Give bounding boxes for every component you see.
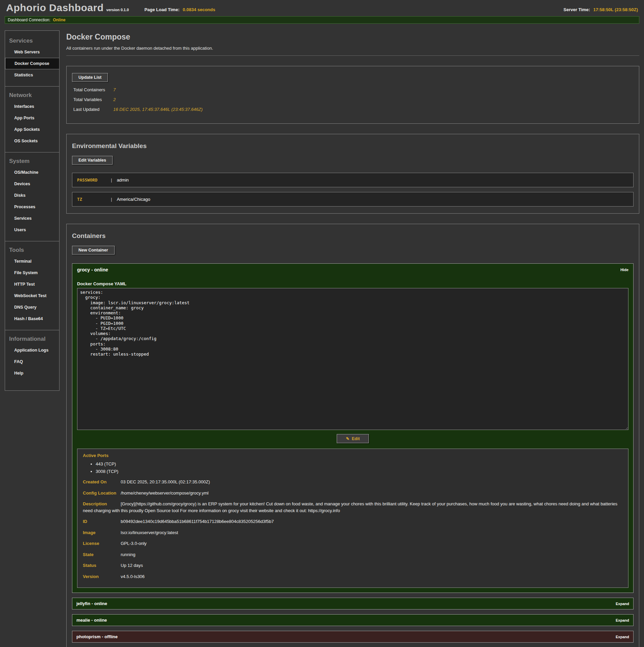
page-load-time: Page Load Time: 0.0834 seconds [144, 7, 215, 12]
sidebar-item-http-test[interactable]: HTTP Test [5, 279, 59, 290]
detail-row-value: GPL-3.0-only [121, 541, 147, 546]
expand-toggle-link[interactable]: Expand [616, 602, 629, 606]
env-variable-value: admin [117, 177, 128, 183]
yaml-label: Docker Compose YAML [77, 281, 628, 286]
sidebar-item-os-machine[interactable]: OS/Machine [5, 167, 59, 178]
sidebar-item-services[interactable]: Services [5, 213, 59, 224]
sidebar-item-help[interactable]: Help [5, 367, 59, 379]
sidebar-item-web-servers[interactable]: Web Servers [5, 46, 59, 58]
detail-row-value: Up 12 days [121, 563, 143, 568]
container-name: jellyfin - online [76, 601, 107, 606]
sidebar-item-interfaces[interactable]: Interfaces [5, 101, 59, 112]
sidebar-section-title: Network [5, 87, 59, 101]
container-card-mealie: mealie - online Expand [72, 614, 634, 626]
update-list-button[interactable]: Update List [72, 73, 108, 82]
env-panel-title: Environmental Variables [72, 142, 634, 150]
sidebar-item-faq[interactable]: FAQ [5, 356, 59, 367]
page-title: Docker Compose [66, 32, 639, 42]
sidebar-item-devices[interactable]: Devices [5, 178, 59, 190]
active-ports-label: Active Ports [83, 453, 625, 458]
summary-row: Total Containers 7 [73, 87, 634, 92]
layout: Services Web ServersDocker ComposeStatis… [0, 26, 644, 647]
app-title: Aphorio Dashboard [6, 2, 104, 14]
summary-row-value: 16 DEC 2025, 17:45:37.646L (23:45:37.646… [113, 107, 202, 112]
container-card-header: grocy - online Hide [77, 264, 628, 274]
app-header: Aphorio Dashboard version 0.1.0 Page Loa… [0, 0, 644, 14]
env-panel: Environmental Variables Edit Variables P… [66, 134, 639, 214]
sidebar-item-docker-compose[interactable]: Docker Compose [5, 58, 59, 69]
edit-yaml-label: Edit [352, 436, 360, 441]
sidebar-item-users[interactable]: Users [5, 224, 59, 236]
env-rows: PASSWORD | admin TZ | America/Chicago [72, 173, 634, 207]
detail-row-value: 03 DEC 2025, 20:17:35.000L (02:17:35.000… [121, 479, 210, 484]
sidebar-item-os-sockets[interactable]: OS Sockets [5, 135, 59, 147]
detail-row: Created On03 DEC 2025, 20:17:35.000L (02… [83, 479, 623, 485]
edit-variables-button[interactable]: Edit Variables [72, 156, 113, 165]
expand-toggle-link[interactable]: Expand [616, 618, 629, 622]
sidebar-item-app-ports[interactable]: App Ports [5, 112, 59, 124]
edit-yaml-button[interactable]: ✎Edit [337, 434, 369, 443]
env-divider: | [111, 197, 112, 202]
summary-panel: Update List Total Containers 7 Total Var… [66, 66, 639, 124]
summary-row-label: Last Updated [73, 107, 113, 112]
sidebar-section: Network InterfacesApp PortsApp SocketsOS… [5, 86, 59, 147]
summary-row: Last Updated 16 DEC 2025, 17:45:37.646L … [73, 107, 634, 112]
container-card-header: jellyfin - online Expand [72, 598, 633, 609]
summary-row: Total Variables 2 [73, 97, 634, 102]
sidebar-item-file-system[interactable]: File System [5, 267, 59, 279]
env-divider: | [111, 177, 112, 183]
sidebar-item-statistics[interactable]: Statistics [5, 69, 59, 81]
pencil-icon: ✎ [346, 436, 349, 441]
detail-row-label: Image [83, 529, 121, 536]
detail-rows: Created On03 DEC 2025, 20:17:35.000L (02… [81, 479, 625, 580]
detail-row-label: Created On [83, 479, 121, 485]
sidebar-item-application-logs[interactable]: Application Logs [5, 344, 59, 356]
sidebar-section: Services Web ServersDocker ComposeStatis… [5, 32, 59, 81]
sidebar-section: Informational Application LogsFAQHelp [5, 330, 59, 379]
detail-row-label: ID [83, 518, 121, 525]
detail-row-value: /home/cheney/webserver/compose/grocy.yml [121, 490, 209, 496]
page-load-value: 0.0834 seconds [183, 7, 215, 12]
sidebar-item-processes[interactable]: Processes [5, 201, 59, 213]
sidebar-section-title: Services [5, 32, 59, 46]
sidebar: Services Web ServersDocker ComposeStatis… [5, 30, 59, 391]
container-card-header: photoprism - offline Expand [72, 631, 633, 642]
sidebar-section-items: Application LogsFAQHelp [5, 344, 59, 379]
docker-compose-yaml-editor[interactable]: services: grocy: image: lscr.io/linuxser… [77, 288, 628, 430]
sidebar-item-hash-base64[interactable]: Hash / Base64 [5, 313, 59, 325]
sidebar-section-items: InterfacesApp PortsApp SocketsOS Sockets [5, 101, 59, 147]
connection-label: Dashboard Connection: [8, 18, 50, 22]
env-variable-value: America/Chicago [117, 197, 150, 202]
sidebar-item-disks[interactable]: Disks [5, 190, 59, 201]
summary-row-value: 2 [113, 97, 116, 102]
sidebar-section: Tools TerminalFile SystemHTTP TestWebSoc… [5, 241, 59, 325]
detail-row: Versionv4.5.0-ls306 [83, 573, 623, 580]
page-load-label: Page Load Time: [144, 7, 180, 12]
sidebar-item-dns-query[interactable]: DNS Query [5, 302, 59, 313]
main-content: Docker Compose All containers run under … [66, 30, 639, 647]
server-time: Server Time: 17:58:50L (23:58:50Z) [564, 7, 638, 12]
server-time-label: Server Time: [564, 7, 590, 12]
title-divider [66, 55, 639, 56]
active-port-item: 443 (TCP) [96, 461, 625, 466]
env-variable-row: PASSWORD | admin [72, 173, 634, 187]
sidebar-section-title: System [5, 152, 59, 167]
expand-toggle-link[interactable]: Expand [616, 635, 629, 639]
sidebar-item-app-sockets[interactable]: App Sockets [5, 124, 59, 135]
detail-row: StatusUp 12 days [83, 562, 623, 569]
container-details-box: Active Ports 443 (TCP)3008 (TCP) Created… [77, 449, 628, 588]
app-version: version 0.1.0 [106, 8, 129, 12]
detail-row-label: State [83, 551, 121, 558]
env-variable-row: TZ | America/Chicago [72, 192, 634, 207]
summary-rows: Total Containers 7 Total Variables 2 Las… [72, 87, 634, 112]
detail-row-label: Version [83, 573, 121, 580]
detail-row-label: License [83, 540, 121, 547]
sidebar-item-websocket-test[interactable]: WebSocket Test [5, 290, 59, 302]
container-card-grocy: grocy - online Hide Docker Compose YAML … [72, 263, 634, 593]
detail-row-value: lscr.io/linuxserver/grocy:latest [121, 530, 178, 535]
container-card-photoprism: photoprism - offline Expand [72, 631, 634, 643]
new-container-button[interactable]: New Container [72, 246, 115, 255]
sidebar-item-terminal[interactable]: Terminal [5, 256, 59, 267]
container-name: photoprism - offline [76, 634, 118, 639]
hide-toggle-link[interactable]: Hide [620, 268, 628, 272]
